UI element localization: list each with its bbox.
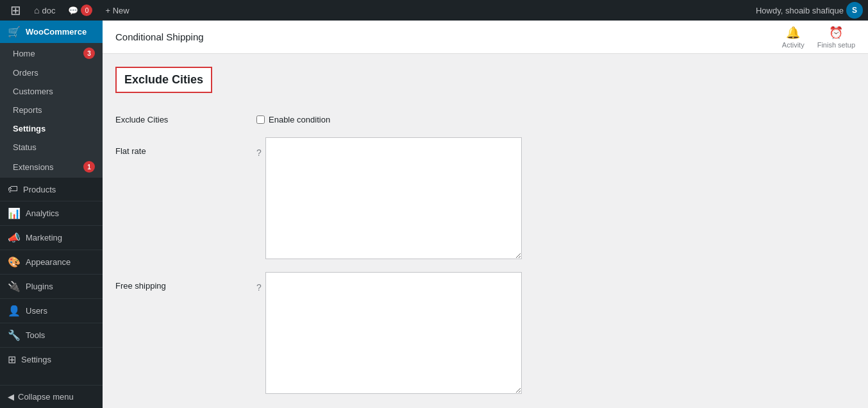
status-label: Status xyxy=(13,142,37,152)
woocommerce-label: WooCommerce xyxy=(26,27,87,37)
tools-label: Tools xyxy=(26,330,45,340)
appearance-label: Appearance xyxy=(26,257,71,267)
appearance-icon: 🎨 xyxy=(8,256,21,268)
plugins-icon: 🔌 xyxy=(8,280,21,293)
products-section: 🏷 Products xyxy=(0,177,103,201)
enable-condition-row: Enable condition xyxy=(256,106,330,124)
new-label: + New xyxy=(105,6,129,15)
settings-label: Settings xyxy=(13,124,46,133)
sidebar-item-analytics[interactable]: 📊 Analytics xyxy=(0,201,103,225)
sidebar-item-plugins[interactable]: 🔌 Plugins xyxy=(0,275,103,298)
users-label: Users xyxy=(26,306,47,316)
collapse-menu-button[interactable]: ◀ Collapse menu xyxy=(0,385,103,408)
analytics-icon: 📊 xyxy=(8,207,21,219)
free-shipping-content: ? xyxy=(256,272,522,394)
exclude-cities-label: Exclude Cities xyxy=(115,106,256,124)
collapse-label: Collapse menu xyxy=(18,392,74,402)
plugins-section: 🔌 Plugins xyxy=(0,274,103,298)
sidebar-item-products[interactable]: 🏷 Products xyxy=(0,178,103,201)
free-shipping-help-icon[interactable]: ? xyxy=(256,282,262,293)
sidebar-item-tools[interactable]: 🔧 Tools xyxy=(0,323,103,347)
enable-condition-label[interactable]: Enable condition xyxy=(269,115,330,124)
sidebar-item-appearance[interactable]: 🎨 Appearance xyxy=(0,250,103,274)
tools-icon: 🔧 xyxy=(8,329,21,341)
sidebar-item-users[interactable]: 👤 Users xyxy=(0,299,103,323)
sidebar-item-home[interactable]: Home 3 xyxy=(0,43,103,64)
sidebar-item-extensions[interactable]: Extensions 1 xyxy=(0,157,103,177)
sidebar-item-status[interactable]: Status xyxy=(0,138,103,157)
flat-rate-row: Flat rate ? xyxy=(115,137,855,259)
activity-icon: 🔔 xyxy=(786,26,800,40)
exclude-cities-content: Enable condition xyxy=(256,106,330,124)
home-badge: 3 xyxy=(83,47,95,59)
sidebar-item-customers[interactable]: Customers xyxy=(0,82,103,101)
sidebar-item-reports[interactable]: Reports xyxy=(0,101,103,119)
settings-main-label: Settings xyxy=(21,355,51,364)
home-label: Home xyxy=(13,49,35,58)
sidebar-item-orders[interactable]: Orders xyxy=(0,64,103,82)
wp-logo[interactable]: ⊞ xyxy=(5,0,26,21)
reports-label: Reports xyxy=(13,105,42,115)
adminbar-right: Howdy, shoaib shafique S xyxy=(756,2,863,19)
free-shipping-row: Free shipping ? xyxy=(115,272,855,394)
comment-icon: 💬 xyxy=(68,6,78,15)
flat-rate-label: Flat rate xyxy=(115,137,256,156)
appearance-section: 🎨 Appearance xyxy=(0,250,103,274)
topbar-actions: 🔔 Activity ⏰ Finish setup xyxy=(782,26,855,49)
site-name[interactable]: ⌂ doc xyxy=(29,0,60,21)
sidebar-item-settings-main[interactable]: ⊞ Settings xyxy=(0,348,103,371)
section-title: Exclude Cities xyxy=(115,67,212,93)
finish-setup-label: Finish setup xyxy=(817,41,855,49)
comments-link[interactable]: 💬 0 xyxy=(63,0,97,21)
analytics-section: 📊 Analytics xyxy=(0,201,103,225)
sidebar: 🛒 WooCommerce Home 3 Orders Customers Re… xyxy=(0,21,103,408)
content-wrap: Conditional Shipping 🔔 Activity ⏰ Finish… xyxy=(103,21,868,408)
flat-rate-content: ? xyxy=(256,137,522,259)
products-label: Products xyxy=(23,185,56,194)
users-icon: 👤 xyxy=(8,305,21,317)
activity-label: Activity xyxy=(782,41,805,49)
flat-rate-help-icon[interactable]: ? xyxy=(256,148,262,158)
marketing-section: 📣 Marketing xyxy=(0,225,103,250)
users-section: 👤 Users xyxy=(0,298,103,323)
settings-section: ⊞ Settings xyxy=(0,347,103,371)
products-icon: 🏷 xyxy=(8,183,18,195)
woocommerce-menu-header[interactable]: 🛒 WooCommerce xyxy=(0,21,103,43)
finish-setup-button[interactable]: ⏰ Finish setup xyxy=(817,26,855,49)
comment-count: 0 xyxy=(81,4,92,16)
site-name-icon: ⌂ xyxy=(34,5,39,15)
free-shipping-textarea[interactable] xyxy=(265,272,522,394)
enable-condition-checkbox[interactable] xyxy=(256,115,265,124)
avatar[interactable]: S xyxy=(846,2,863,19)
analytics-label: Analytics xyxy=(26,208,59,218)
page-content: Exclude Cities Exclude Cities Enable con… xyxy=(103,54,868,408)
sidebar-item-settings[interactable]: Settings xyxy=(0,119,103,138)
extensions-label: Extensions xyxy=(13,162,54,172)
free-shipping-label: Free shipping xyxy=(115,272,256,291)
flat-rate-textarea[interactable] xyxy=(265,137,522,259)
tools-section: 🔧 Tools xyxy=(0,323,103,347)
orders-label: Orders xyxy=(13,68,38,78)
settings-icon: ⊞ xyxy=(8,353,16,366)
marketing-icon: 📣 xyxy=(8,232,21,244)
collapse-icon: ◀ xyxy=(8,392,14,402)
woocommerce-icon: 🛒 xyxy=(8,26,21,38)
woocommerce-submenu: Home 3 Orders Customers Reports Settings… xyxy=(0,43,103,177)
plugin-title: Conditional Shipping xyxy=(115,31,204,42)
new-content-button[interactable]: + New xyxy=(100,0,134,21)
activity-button[interactable]: 🔔 Activity xyxy=(782,26,805,49)
finish-setup-icon: ⏰ xyxy=(829,26,843,40)
site-name-label: doc xyxy=(42,6,55,15)
admin-bar: ⊞ ⌂ doc 💬 0 + New Howdy, shoaib shafique… xyxy=(0,0,868,21)
customers-label: Customers xyxy=(13,87,53,96)
extensions-badge: 1 xyxy=(83,161,95,173)
howdy-text: Howdy, shoaib shafique xyxy=(756,6,844,15)
exclude-cities-row: Exclude Cities Enable condition xyxy=(115,106,855,124)
sidebar-item-marketing[interactable]: 📣 Marketing xyxy=(0,226,103,250)
marketing-label: Marketing xyxy=(26,233,62,242)
content-topbar: Conditional Shipping 🔔 Activity ⏰ Finish… xyxy=(103,21,868,54)
plugins-label: Plugins xyxy=(26,282,53,291)
